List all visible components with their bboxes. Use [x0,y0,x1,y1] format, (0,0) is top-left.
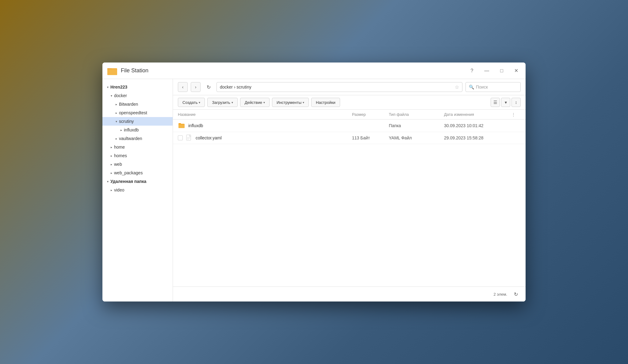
sidebar-item-docker[interactable]: ▾ docker [102,91,173,100]
sidebar-item-label: vaultwarden [119,136,170,141]
tools-button[interactable]: Инструменты ▾ [272,98,309,107]
back-button[interactable]: ‹ [178,82,188,92]
title-bar: File Station ? — □ ✕ [102,63,526,79]
file-icon [186,135,193,141]
file-name-cell: collector.yaml [178,135,352,141]
tools-label: Инструменты [277,100,301,105]
minimize-button[interactable]: — [482,67,492,75]
forward-icon: › [195,85,197,89]
folder-icon [178,122,185,129]
sidebar-item-influxdb[interactable]: ▸ influxdb [102,126,173,134]
status-refresh-button[interactable]: ↻ [511,289,521,299]
path-text: docker › scrutiny [220,85,251,89]
toolbar-nav: ‹ › ↻ docker › scrutiny ☆ 🔍 Поиск [173,79,526,95]
sidebar-item-video[interactable]: ▸ video [102,186,173,194]
sidebar-item-label: docker [114,93,170,98]
refresh-icon: ↻ [207,84,211,90]
maximize-button[interactable]: □ [498,67,506,75]
sidebar-item-bitwarden[interactable]: ▸ Bitwarden [102,100,173,108]
col-name: Название [178,112,352,117]
expand-arrow: ▸ [109,187,114,193]
expand-arrow: ▸ [109,170,114,176]
sort-button[interactable]: ↕ [511,98,521,107]
sidebar-item-scrutiny[interactable]: ▾ scrutiny [102,117,173,126]
list-view-button[interactable]: ☰ [491,98,500,107]
action-label: Действие [245,100,262,105]
sidebar-item-trash[interactable]: ▾ Удаленная папка [102,177,173,186]
window-title: File Station [121,67,468,74]
content-area: ▾ Hren223 ▾ docker ▸ Bitwarden ▸ openspe… [102,79,526,301]
search-placeholder: Поиск [476,85,488,89]
sidebar-item-label: web_packages [114,170,170,175]
expand-arrow: ▸ [113,136,119,141]
sidebar-item-web[interactable]: ▸ web [102,160,173,169]
file-type-cell: YAML Файл [389,135,444,140]
favorite-star-icon[interactable]: ☆ [455,84,459,90]
create-label: Создать [182,100,197,105]
expand-arrow: ▸ [113,101,119,107]
col-size: Размер [352,112,389,117]
main-panel: ‹ › ↻ docker › scrutiny ☆ 🔍 Поиск [173,79,526,301]
create-dropdown-icon: ▾ [199,101,200,104]
sidebar-item-label: web [114,162,170,167]
upload-button[interactable]: Загрузить ▾ [207,98,237,107]
sidebar-item-label: scrutiny [119,119,170,124]
expand-arrow: ▸ [118,127,124,133]
sidebar-item-hren223[interactable]: ▾ Hren223 [102,83,173,91]
sidebar-item-openspeedtest[interactable]: ▸ openspeedtest [102,108,173,117]
list-view-icon: ☰ [493,100,497,105]
status-bar: 2 элем. ↻ [173,286,526,301]
refresh-button[interactable]: ↻ [204,82,213,92]
forward-button[interactable]: › [191,82,201,92]
sort-icon: ↕ [515,100,517,105]
file-type-cell: Папка [389,123,444,128]
window-icon [107,66,117,75]
expand-arrow: ▸ [113,110,119,116]
expand-arrow: ▾ [109,93,114,98]
sidebar-item-homes[interactable]: ▸ homes [102,151,173,160]
expand-arrow: ▾ [105,84,110,90]
file-date-cell: 29.09.2023 15:58:28 [444,135,511,140]
search-icon: 🔍 [469,85,474,89]
sidebar-item-web-packages[interactable]: ▸ web_packages [102,169,173,177]
sidebar-item-home[interactable]: ▸ home [102,143,173,151]
expand-arrow: ▸ [109,153,114,158]
file-name-text: influxdb [188,123,203,128]
search-bar[interactable]: 🔍 Поиск [465,82,521,92]
svg-rect-2 [107,69,117,75]
table-row[interactable]: collector.yaml 113 Байт YAML Файл 29.09.… [173,132,526,144]
sidebar-item-vaultwarden[interactable]: ▸ vaultwarden [102,134,173,143]
file-list: Название Размер Тип файла Дата изменения… [173,110,526,286]
view-options-icon: ▾ [505,100,507,105]
title-bar-controls: ? — □ ✕ [468,66,521,75]
expand-arrow: ▸ [109,144,114,150]
action-dropdown-icon: ▾ [263,101,265,104]
view-controls: ☰ ▾ ↕ [491,98,521,107]
settings-button[interactable]: Настройки [311,98,340,107]
sidebar-item-label: homes [114,153,170,158]
table-row[interactable]: influxdb Папка 30.09.2023 10:01:42 [173,119,526,132]
upload-dropdown-icon: ▾ [232,101,233,104]
expand-arrow: ▾ [113,119,119,124]
help-button[interactable]: ? [468,67,476,75]
file-checkbox[interactable] [178,135,183,140]
sidebar-item-label: Hren223 [110,85,170,89]
action-button[interactable]: Действие ▾ [240,98,270,107]
back-icon: ‹ [182,85,184,89]
sidebar: ▾ Hren223 ▾ docker ▸ Bitwarden ▸ openspe… [102,79,173,301]
col-type: Тип файла [389,112,444,117]
col-more: ⋮ [511,112,521,117]
col-date: Дата изменения [444,112,511,117]
create-button[interactable]: Создать ▾ [178,98,205,107]
sidebar-item-label: openspeedtest [119,110,170,115]
expand-arrow: ▸ [109,161,114,167]
sidebar-item-label: home [114,145,170,150]
expand-arrow: ▾ [105,179,110,184]
file-name-cell: influxdb [178,122,352,129]
view-options-button[interactable]: ▾ [501,98,510,107]
file-name-text: collector.yaml [196,135,222,140]
item-count: 2 элем. [493,292,507,297]
path-bar[interactable]: docker › scrutiny ☆ [216,82,462,92]
status-refresh-icon: ↻ [514,291,518,297]
close-button[interactable]: ✕ [512,66,521,75]
